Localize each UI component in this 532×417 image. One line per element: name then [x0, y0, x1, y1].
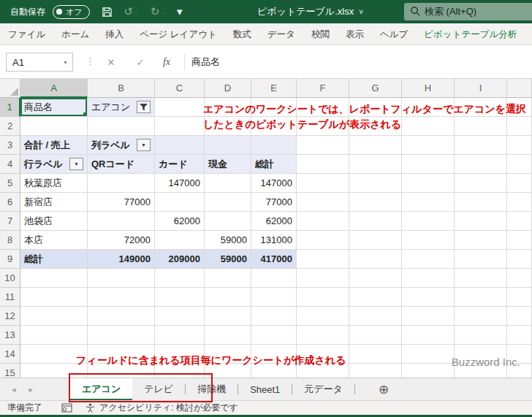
cell-C13[interactable] — [155, 326, 205, 345]
cell-E9[interactable]: 417000 — [251, 250, 297, 269]
cell-C5[interactable]: 147000 — [155, 174, 205, 193]
column-header-A[interactable]: A — [20, 79, 88, 98]
cell-clipped-9[interactable] — [507, 250, 532, 269]
column-header-I[interactable]: I — [455, 79, 507, 98]
insert-function-button[interactable]: fx — [156, 53, 177, 72]
row-header-10[interactable]: 10 — [0, 269, 20, 288]
cell-D11[interactable] — [205, 288, 251, 307]
cell-A2[interactable] — [20, 117, 88, 136]
cell-C11[interactable] — [155, 288, 205, 307]
cell-A11[interactable] — [20, 288, 88, 307]
cell-F13[interactable] — [297, 326, 349, 345]
cell-F10[interactable] — [297, 269, 349, 288]
cell-A4[interactable]: 行ラベル▼ — [20, 155, 88, 174]
cell-C9[interactable]: 209000 — [155, 250, 205, 269]
cell-clipped-11[interactable] — [507, 288, 532, 307]
cell-clipped-3[interactable] — [507, 136, 532, 155]
row-header-5[interactable]: 5 — [0, 174, 20, 193]
cell-F5[interactable] — [297, 174, 349, 193]
cell-I6[interactable] — [455, 193, 507, 212]
row-header-3[interactable]: 3 — [0, 136, 20, 155]
cell-G11[interactable] — [349, 288, 402, 307]
cell-F7[interactable] — [297, 212, 349, 231]
ribbon-tab-review[interactable]: 校閲 — [303, 23, 338, 45]
cell-E7[interactable]: 62000 — [251, 212, 297, 231]
sheet-nav-left-icon[interactable]: ◂ — [12, 385, 16, 394]
cell-D8[interactable]: 59000 — [205, 231, 251, 250]
cell-A6[interactable]: 新宿店 — [20, 193, 88, 212]
cell-I11[interactable] — [455, 288, 507, 307]
save-icon[interactable] — [102, 7, 113, 18]
row-header-4[interactable]: 4 — [0, 155, 20, 174]
cell-E6[interactable]: 77000 — [251, 193, 297, 212]
cell-G3[interactable] — [349, 136, 402, 155]
cell-D5[interactable] — [205, 174, 251, 193]
cell-H14[interactable] — [402, 345, 455, 364]
column-header-B[interactable]: B — [88, 79, 155, 98]
cell-E11[interactable] — [251, 288, 297, 307]
cell-D3[interactable] — [205, 136, 251, 155]
sheet-tab-vacuum[interactable]: 掃除機 — [186, 378, 238, 400]
cell-B8[interactable]: 72000 — [88, 231, 155, 250]
cell-D10[interactable] — [205, 269, 251, 288]
cell-H12[interactable] — [402, 307, 455, 326]
cell-E4[interactable]: 総計 — [251, 155, 297, 174]
cell-H3[interactable] — [402, 136, 455, 155]
cell-A5[interactable]: 秋葉原店 — [20, 174, 88, 193]
row-header-1[interactable]: 1 — [0, 98, 20, 117]
row-label-dropdown-button[interactable]: ▼ — [69, 158, 83, 170]
sheet-tab-sheet1[interactable]: Sheet1 — [238, 378, 292, 400]
row-header-15[interactable]: 15 — [0, 364, 20, 378]
cell-G5[interactable] — [349, 174, 402, 193]
quick-access-toolbar-more-icon[interactable]: ▾ — [177, 5, 183, 18]
cell-C6[interactable] — [155, 193, 205, 212]
cell-F4[interactable] — [297, 155, 349, 174]
cell-C1[interactable] — [155, 98, 205, 117]
column-header-clipped[interactable] — [507, 79, 532, 98]
name-box[interactable]: A1 ▼ — [6, 53, 73, 72]
cell-F11[interactable] — [297, 288, 349, 307]
cell-C8[interactable] — [155, 231, 205, 250]
cell-A12[interactable] — [20, 307, 88, 326]
cell-A7[interactable]: 池袋店 — [20, 212, 88, 231]
report-filter-button[interactable] — [137, 101, 151, 113]
cell-F6[interactable] — [297, 193, 349, 212]
ribbon-tab-file[interactable]: ファイル — [0, 23, 53, 45]
cell-B13[interactable] — [88, 326, 155, 345]
cell-H9[interactable] — [402, 250, 455, 269]
cell-B2[interactable] — [88, 117, 155, 136]
cell-clipped-5[interactable] — [507, 174, 532, 193]
cell-D9[interactable]: 59000 — [205, 250, 251, 269]
document-title[interactable]: ピボットテーブル.xlsx ˅ — [257, 0, 363, 23]
cell-A3[interactable]: 合計 / 売上 — [20, 136, 88, 155]
cell-B12[interactable] — [88, 307, 155, 326]
cell-A8[interactable]: 本店 — [20, 231, 88, 250]
cell-clipped-12[interactable] — [507, 307, 532, 326]
column-header-D[interactable]: D — [205, 79, 251, 98]
cell-C7[interactable]: 62000 — [155, 212, 205, 231]
ribbon-tab-insert[interactable]: 挿入 — [97, 23, 132, 45]
cell-I7[interactable] — [455, 212, 507, 231]
cell-D12[interactable] — [205, 307, 251, 326]
macro-record-icon[interactable] — [61, 403, 72, 413]
cell-G6[interactable] — [349, 193, 402, 212]
redo-icon[interactable]: ↻⌄ — [151, 5, 165, 18]
column-label-dropdown-button[interactable]: ▼ — [137, 139, 151, 151]
ribbon-tab-data[interactable]: データ — [259, 23, 303, 45]
cell-E13[interactable] — [251, 326, 297, 345]
cell-clipped-13[interactable] — [507, 326, 532, 345]
cell-B1[interactable]: エアコン — [88, 98, 155, 117]
cell-H15[interactable] — [402, 364, 455, 378]
cell-H8[interactable] — [402, 231, 455, 250]
cell-I5[interactable] — [455, 174, 507, 193]
row-header-11[interactable]: 11 — [0, 288, 20, 307]
cell-C4[interactable]: カード — [155, 155, 205, 174]
cell-F3[interactable] — [297, 136, 349, 155]
cell-D6[interactable] — [205, 193, 251, 212]
row-header-2[interactable]: 2 — [0, 117, 20, 136]
cell-I8[interactable] — [455, 231, 507, 250]
ribbon-tab-view[interactable]: 表示 — [338, 23, 372, 45]
cell-G15[interactable] — [349, 364, 402, 378]
status-mode[interactable]: 準備完了 — [7, 402, 42, 414]
cell-A10[interactable] — [20, 269, 88, 288]
